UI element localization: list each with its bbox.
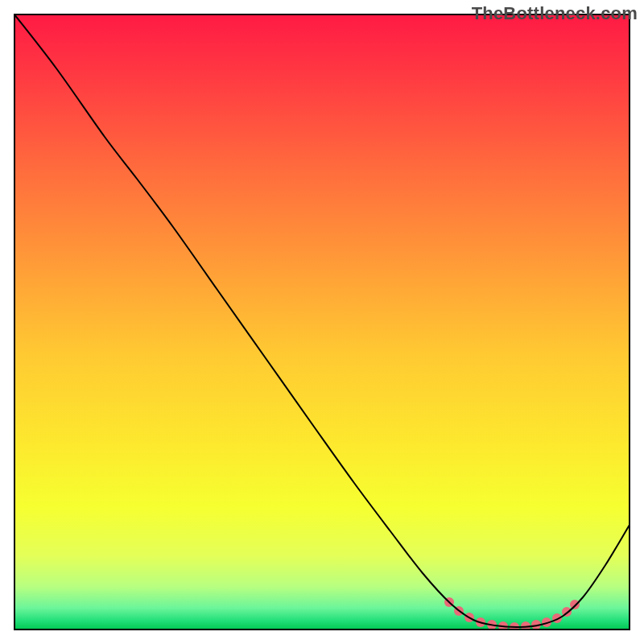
watermark-label: TheBottleneck.com [472,3,638,24]
bottleneck-chart [0,0,644,644]
marker-dot [570,600,580,609]
gradient-background [14,14,630,630]
chart-canvas: TheBottleneck.com [0,0,644,644]
